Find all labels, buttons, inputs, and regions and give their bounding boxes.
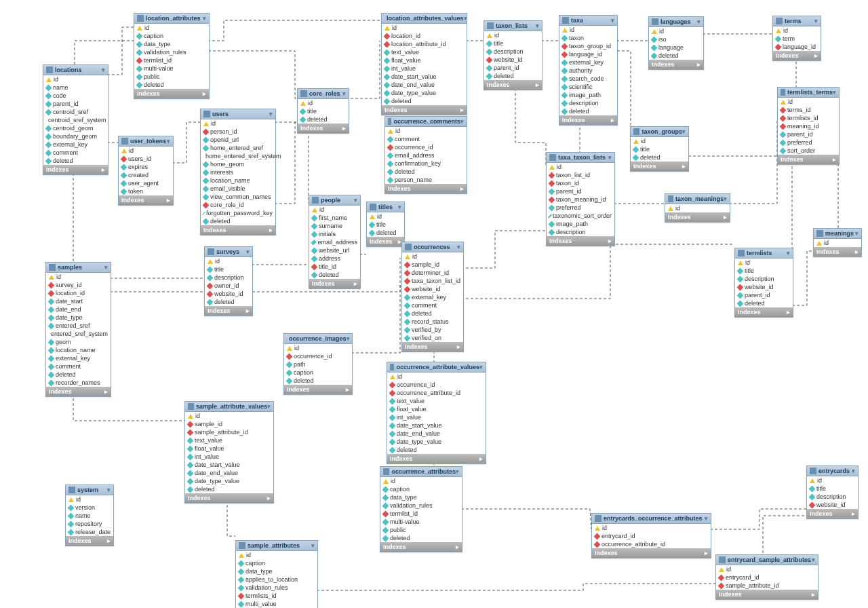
column-language_id[interactable]: language_id <box>559 50 617 58</box>
column-terms_id[interactable]: terms_id <box>778 106 839 114</box>
indexes-section[interactable]: Indexes <box>367 237 404 246</box>
column-id[interactable]: id <box>236 551 317 559</box>
table-header[interactable]: entrycards_occurrence_attributes <box>592 514 711 524</box>
indexes-section[interactable]: Indexes <box>484 80 542 90</box>
column-text_value[interactable]: text_value <box>185 436 273 444</box>
column-deleted[interactable]: deleted <box>380 534 462 542</box>
column-caption[interactable]: caption <box>134 32 209 40</box>
indexes-section[interactable]: Indexes <box>134 89 209 98</box>
column-user_agent[interactable]: user_agent <box>119 179 173 187</box>
column-location_attribute_id[interactable]: location_attribute_id <box>382 40 467 48</box>
table-taxa[interactable]: taxaidtaxontaxon_group_idlanguage_idexte… <box>559 15 618 126</box>
column-verified_by[interactable]: verified_by <box>402 326 463 334</box>
column-view_common_names[interactable]: view_common_names <box>201 193 275 201</box>
column-deleted[interactable]: deleted <box>201 217 275 225</box>
table-header[interactable]: users <box>201 109 275 119</box>
column-website_id[interactable]: website_id <box>402 285 463 293</box>
column-taxon_id[interactable]: taxon_id <box>547 179 614 187</box>
column-deleted[interactable]: deleted <box>735 299 793 307</box>
column-search_code[interactable]: search_code <box>559 75 617 83</box>
column-image_path[interactable]: image_path <box>559 91 617 99</box>
column-occurrence_id[interactable]: occurrence_id <box>284 352 352 360</box>
table-header[interactable]: termlists_terms <box>778 88 839 98</box>
column-date_end[interactable]: date_end <box>46 305 111 314</box>
table-header[interactable]: occurrence_images <box>284 334 352 344</box>
column-id[interactable]: id <box>205 257 252 265</box>
table-header[interactable]: occurrence_attributes <box>380 467 462 477</box>
column-comment[interactable]: comment <box>46 362 111 370</box>
column-int_value[interactable]: int_value <box>387 413 486 421</box>
column-id[interactable]: id <box>814 239 861 247</box>
column-external_key[interactable]: external_key <box>43 140 108 149</box>
column-survey_id[interactable]: survey_id <box>46 281 111 289</box>
column-id[interactable]: id <box>284 344 352 352</box>
column-location_name[interactable]: location_name <box>201 176 275 185</box>
column-release_date[interactable]: release_date <box>66 528 113 536</box>
column-id[interactable]: id <box>484 31 542 39</box>
column-id[interactable]: id <box>298 99 349 107</box>
column-entered_sref_system[interactable]: entered_sref_system <box>46 330 111 338</box>
table-header[interactable]: occurrence_attribute_values <box>387 362 486 373</box>
table-sample_attribute_values[interactable]: sample_attribute_valuesidsample_idsample… <box>184 401 274 504</box>
column-website_url[interactable]: website_url <box>309 246 360 254</box>
table-terms[interactable]: termsidtermlanguage_idIndexes <box>772 16 821 61</box>
table-users[interactable]: usersidperson_idopenid_urlhome_entered_s… <box>200 109 276 235</box>
column-title[interactable]: title <box>484 39 542 48</box>
table-entrycards[interactable]: entrycardsidtitledescriptionwebsite_idIn… <box>806 466 859 519</box>
table-people[interactable]: peopleidfirst_namesurnameinitialsemail_a… <box>309 195 361 289</box>
column-preferred[interactable]: preferred <box>547 204 614 212</box>
column-float_value[interactable]: float_value <box>382 56 467 64</box>
column-surname[interactable]: surname <box>309 222 360 230</box>
column-id[interactable]: id <box>367 212 404 221</box>
column-deleted[interactable]: deleted <box>387 446 486 454</box>
column-date_start_value[interactable]: date_start_value <box>382 73 467 81</box>
column-public[interactable]: public <box>380 526 462 534</box>
column-description[interactable]: description <box>559 99 617 107</box>
column-description[interactable]: description <box>547 228 614 236</box>
column-description[interactable]: description <box>735 275 793 283</box>
indexes-section[interactable]: Indexes <box>649 60 703 69</box>
indexes-section[interactable]: Indexes <box>773 51 821 60</box>
table-header[interactable]: titles <box>367 202 404 212</box>
column-term[interactable]: term <box>773 35 821 43</box>
table-header[interactable]: location_attributes <box>134 14 209 24</box>
table-taxon_lists[interactable]: taxon_listsidtitledescriptionwebsite_idp… <box>484 20 542 90</box>
column-multi_value[interactable]: multi_value <box>236 600 317 608</box>
column-id[interactable]: id <box>380 477 462 485</box>
column-person_id[interactable]: person_id <box>201 128 275 136</box>
column-taxa_taxon_list_id[interactable]: taxa_taxon_list_id <box>402 277 463 285</box>
column-id[interactable]: id <box>778 98 839 106</box>
column-id[interactable]: id <box>134 24 209 32</box>
column-token[interactable]: token <box>119 187 173 195</box>
column-deleted[interactable]: deleted <box>205 298 252 306</box>
indexes-section[interactable]: Indexes <box>284 385 352 394</box>
table-locations[interactable]: locationsidnamecodeparent_idcentroid_sre… <box>43 64 108 175</box>
indexes-section[interactable]: Indexes <box>380 542 462 552</box>
column-sample_id[interactable]: sample_id <box>185 420 273 428</box>
column-deleted[interactable]: deleted <box>649 52 703 60</box>
column-id[interactable]: id <box>559 26 617 34</box>
column-deleted[interactable]: deleted <box>46 370 111 379</box>
table-header[interactable]: entrycards <box>807 466 858 476</box>
table-header[interactable]: location_attributes_values <box>382 14 467 24</box>
column-iso[interactable]: iso <box>649 35 703 43</box>
column-boundary_geom[interactable]: boundary_geom <box>43 132 108 140</box>
column-parent_id[interactable]: parent_id <box>735 291 793 299</box>
column-float_value[interactable]: float_value <box>387 405 486 413</box>
column-deleted[interactable]: deleted <box>385 168 467 176</box>
indexes-section[interactable]: Indexes <box>665 212 730 222</box>
column-confirmation_key[interactable]: confirmation_key <box>385 159 467 168</box>
column-id[interactable]: id <box>309 206 360 214</box>
column-external_key[interactable]: external_key <box>559 58 617 66</box>
column-deleted[interactable]: deleted <box>402 309 463 318</box>
column-home_geom[interactable]: home_geom <box>201 160 275 168</box>
column-date_end_value[interactable]: date_end_value <box>382 81 467 89</box>
column-title[interactable]: title <box>735 267 793 275</box>
column-geom[interactable]: geom <box>46 338 111 346</box>
indexes-section[interactable]: Indexes <box>387 454 486 463</box>
column-parent_id[interactable]: parent_id <box>778 130 839 138</box>
column-id[interactable]: id <box>631 137 688 145</box>
table-header[interactable]: termlists <box>735 248 793 259</box>
column-id[interactable]: id <box>649 27 703 35</box>
column-sample_id[interactable]: sample_id <box>402 261 463 269</box>
